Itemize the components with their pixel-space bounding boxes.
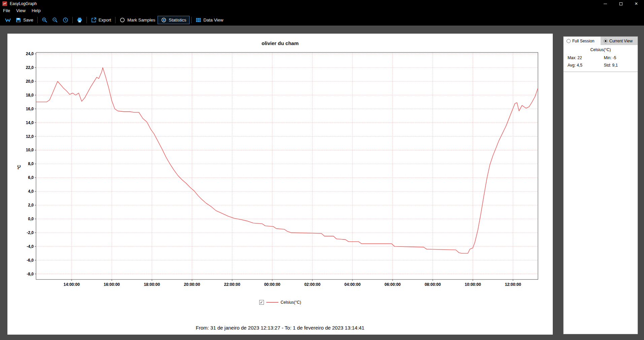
chart-panel: olivier du cham °C ✓ Celsius(°C) From: 3… <box>7 34 553 335</box>
x-tick-label: 06:00:00 <box>384 282 401 287</box>
open-button[interactable] <box>3 16 13 24</box>
stats-scope-selector: Full Session Current View <box>564 37 638 45</box>
stat-max: Max: 22 <box>568 55 604 60</box>
close-button[interactable]: ✕ <box>629 0 644 7</box>
plot-area[interactable] <box>36 52 538 279</box>
data-view-button[interactable]: Data View <box>193 16 226 24</box>
y-tick-label: 16,0 <box>17 107 34 111</box>
app-window: EasyLogGraph ✕ File View Help Save <box>0 0 644 340</box>
time-range-button[interactable] <box>60 16 71 24</box>
legend-line-sample <box>266 302 278 303</box>
export-label: Export <box>99 17 111 23</box>
save-icon <box>15 17 21 23</box>
zoom-out-button[interactable] <box>50 16 60 24</box>
x-tick-label: 10:00:00 <box>465 282 481 287</box>
full-session-radio <box>567 39 571 43</box>
y-tick-label: 4,0 <box>17 189 34 194</box>
print-button[interactable] <box>74 16 85 24</box>
y-tick-label: 2,0 <box>17 203 34 207</box>
zoom-out-icon <box>52 17 58 23</box>
y-tick-label: -8,0 <box>17 272 34 276</box>
clock-icon <box>63 17 68 23</box>
save-button[interactable]: Save <box>13 16 36 24</box>
x-tick-label: 02:00:00 <box>304 282 320 287</box>
current-view-label: Current View <box>609 39 633 43</box>
open-icon <box>5 17 11 23</box>
toolbar-separator <box>191 17 192 23</box>
print-icon <box>77 17 82 23</box>
stats-values: Max: 22 Min: -5 Avg: 4,5 Std: 9,1 <box>564 55 638 68</box>
toolbar-separator <box>72 17 73 23</box>
x-tick-label: 00:00:00 <box>264 282 280 287</box>
minimize-icon <box>604 4 607 4</box>
minimize-button[interactable] <box>598 0 613 7</box>
menu-help[interactable]: Help <box>29 7 44 14</box>
mark-samples-button[interactable]: Mark Samples <box>117 16 158 24</box>
y-tick-label: 8,0 <box>17 161 34 166</box>
mark-samples-label: Mark Samples <box>127 17 155 23</box>
stat-std: Std: 9,1 <box>604 63 634 68</box>
stat-avg: Avg: 4,5 <box>568 63 604 68</box>
y-tick-label: 18,0 <box>17 93 34 98</box>
maximize-button[interactable] <box>613 0 629 7</box>
current-view-option[interactable]: Current View <box>601 37 638 45</box>
stat-min: Min: -5 <box>604 55 634 60</box>
zoom-in-icon <box>42 17 47 23</box>
window-controls: ✕ <box>598 0 644 7</box>
zoom-in-button[interactable] <box>39 16 50 24</box>
statistics-label: Statistics <box>169 17 186 23</box>
y-tick-label: 24,0 <box>17 51 34 56</box>
stats-separator <box>564 72 638 72</box>
content-area: olivier du cham °C ✓ Celsius(°C) From: 3… <box>0 26 644 340</box>
legend-checkbox[interactable]: ✓ <box>259 300 264 305</box>
export-button[interactable]: Export <box>89 16 114 24</box>
stats-channel-header: Celsius(°C) <box>564 47 638 52</box>
x-tick-label: 12:00:00 <box>505 282 521 287</box>
mark-samples-icon <box>120 17 125 23</box>
toolbar-separator <box>37 17 38 23</box>
y-tick-label: 14,0 <box>17 120 34 125</box>
data-view-label: Data View <box>203 17 223 23</box>
y-tick-label: 10,0 <box>17 148 34 152</box>
maximize-icon <box>619 2 622 5</box>
y-tick-label: -6,0 <box>17 258 34 263</box>
save-label: Save <box>23 17 33 23</box>
y-tick-label: -4,0 <box>17 244 34 249</box>
x-tick-label: 22:00:00 <box>224 282 240 287</box>
x-tick-label: 20:00:00 <box>184 282 200 287</box>
chart-title: olivier du cham <box>7 40 553 46</box>
menu-file[interactable]: File <box>0 7 13 14</box>
current-view-radio <box>604 39 608 43</box>
statistics-button[interactable]: Statistics <box>158 16 190 24</box>
toolbar: Save Export Mark Samples Statistics <box>0 14 644 26</box>
title-bar: EasyLogGraph ✕ <box>0 0 644 7</box>
y-tick-label: 20,0 <box>17 79 34 84</box>
full-session-label: Full Session <box>572 39 594 43</box>
y-tick-label: 12,0 <box>17 134 34 139</box>
statistics-panel: Full Session Current View Celsius(°C) Ma… <box>563 36 638 334</box>
window-title: EasyLogGraph <box>10 1 37 6</box>
chart-legend: ✓ Celsius(°C) <box>7 300 553 305</box>
data-view-icon <box>196 17 201 23</box>
app-icon <box>2 1 7 6</box>
y-tick-label: 22,0 <box>17 65 34 70</box>
menu-bar: File View Help <box>0 7 644 14</box>
x-tick-label: 18:00:00 <box>144 282 160 287</box>
export-icon <box>91 17 97 23</box>
statistics-icon <box>161 17 167 23</box>
toolbar-separator <box>115 17 115 23</box>
y-tick-label: 6,0 <box>17 175 34 180</box>
x-tick-label: 04:00:00 <box>344 282 361 287</box>
menu-view[interactable]: View <box>13 7 29 14</box>
x-tick-label: 14:00:00 <box>64 282 80 287</box>
x-tick-label: 08:00:00 <box>425 282 441 287</box>
session-range-text: From: 31 de janeiro de 2023 12:13:27 - T… <box>7 325 553 331</box>
y-tick-label: -2,0 <box>17 230 34 235</box>
toolbar-separator <box>87 17 87 23</box>
y-tick-label: 0,0 <box>17 217 34 221</box>
full-session-option[interactable]: Full Session <box>564 37 601 45</box>
legend-label: Celsius(°C) <box>281 300 301 305</box>
x-tick-label: 16:00:00 <box>104 282 120 287</box>
